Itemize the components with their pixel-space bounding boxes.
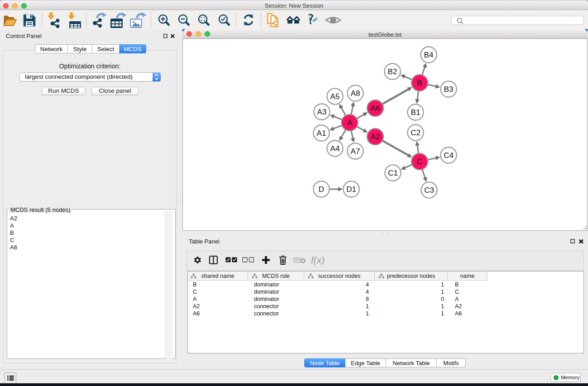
svg-text:A1: A1 [317, 129, 326, 138]
svg-text:B1: B1 [411, 108, 421, 117]
svg-text:C4: C4 [444, 151, 454, 160]
svg-text:f(x): f(x) [311, 255, 325, 265]
svg-text:C: C [417, 157, 422, 166]
svg-text:A8: A8 [351, 89, 360, 98]
svg-text:C2: C2 [411, 129, 421, 137]
svg-text:D1: D1 [346, 185, 356, 194]
svg-text:A6: A6 [371, 104, 380, 113]
svg-text:A7: A7 [351, 147, 360, 156]
svg-text:A2: A2 [371, 133, 380, 141]
svg-text:C3: C3 [424, 186, 434, 195]
svg-text:A4: A4 [330, 144, 340, 153]
svg-text:A: A [347, 119, 353, 127]
svg-text:B3: B3 [444, 85, 454, 94]
svg-text:B: B [417, 79, 422, 87]
svg-text:B4: B4 [424, 51, 434, 59]
svg-text:D: D [319, 185, 324, 194]
svg-text:C1: C1 [388, 169, 398, 177]
svg-text:B2: B2 [388, 67, 397, 76]
svg-text:A5: A5 [330, 92, 340, 101]
svg-text:A3: A3 [317, 108, 327, 116]
